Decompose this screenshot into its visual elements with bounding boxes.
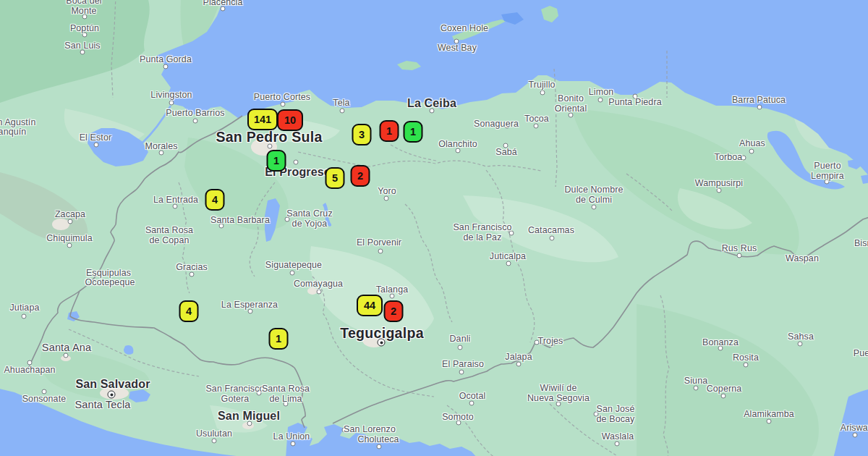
map-label-morales: Morales (145, 142, 177, 152)
map-label-siuna: Siuna (684, 376, 707, 387)
map-label-punta-gorda: Punta Gorda (140, 55, 192, 65)
map-label-placencia: Placencia (203, 0, 242, 8)
map-label-coxen-hole: Coxen Hole (441, 24, 488, 34)
map-label-puerto-barrios: Puerto Barrios (166, 109, 224, 119)
map-label-torboa: Torboa (715, 153, 743, 163)
map-label-anquin: anquín (0, 127, 26, 138)
map-label-ahuas: Ahuas (739, 139, 765, 149)
town-dot-danli (458, 345, 463, 350)
cluster-marker-red-2[interactable]: 2 (351, 165, 370, 187)
map-label-trujillo: Trujillo (528, 80, 555, 90)
map-label-tegucigalpa: Tegucigalpa (340, 326, 424, 341)
cluster-marker-yellow-44[interactable]: 44 (357, 295, 383, 316)
town-dot-jutiapa (22, 314, 27, 319)
map-label-saba: Sabá (495, 148, 517, 158)
map-label-san-lorenzo: San Lorenzo (344, 425, 396, 435)
map-label-catacamas: Catacamas (528, 226, 574, 236)
town-dot-trujillo (540, 90, 545, 96)
town-dot-ahuas (749, 149, 754, 154)
map-label-tocoa: Tocoa (524, 114, 549, 124)
map-label-el-estor: El Estor (80, 133, 112, 143)
cluster-marker-red-10[interactable]: 10 (277, 109, 303, 131)
town-dot-siguatepeque (290, 271, 295, 276)
map-label-barra-patuca: Barra Patuca (732, 96, 786, 106)
map-label-jutiapa: Jutiapa (9, 303, 39, 313)
map-label-ocotepeque: Ocotepeque (85, 278, 135, 288)
cluster-marker-red-2[interactable]: 2 (384, 300, 404, 322)
map-label-santa-barbara: Santa Barbara (210, 216, 270, 226)
map-label-ocotal: Ocotal (459, 392, 486, 402)
map-label-san-pedro-sula: San Pedro Sula (216, 130, 322, 145)
map-label-dulce-nombre-de-culmi: Dulce Nombrede Culmi (565, 185, 624, 205)
town-dot-tela (340, 109, 345, 114)
map-label-trojes: Trojes (538, 337, 563, 347)
town-dot-puerto-barrios (193, 119, 198, 124)
map-label-santa-ana: Santa Ana (42, 342, 91, 354)
map-label-la-esperanza: La Esperanza (221, 300, 278, 311)
map-label-gracias: Gracias (176, 263, 208, 273)
map-label-talanga: Talanga (376, 285, 408, 295)
map-label-la-ceiba: La Ceiba (407, 97, 456, 110)
map-label-san-luis: San Luis (64, 41, 100, 51)
map-label-choluteca: Choluteca (357, 435, 399, 445)
map-label-wiwili-de-nueva-segovia: Wiwilí deNueva Segovia (527, 384, 590, 403)
cluster-marker-yellow-3[interactable]: 3 (352, 124, 372, 145)
map-label-santa-rosa-de-lima: Santa Rosade Lima (262, 384, 310, 404)
cluster-marker-red-1[interactable]: 1 (380, 120, 399, 142)
map-label-west-bay: West Bay (438, 43, 477, 54)
map-label-santa-tecla: Santa Tecla (75, 400, 130, 411)
map-label-san-jose-de-bocay: San Joséde Bocay (597, 405, 635, 424)
map-label-poptun: Poptún (70, 24, 99, 34)
map-label-puert: Puert (854, 349, 868, 359)
cluster-marker-yellow-4[interactable]: 4 (205, 189, 225, 211)
map-label-boca-del-monte: Boca delMonte (66, 0, 101, 17)
map-label-la-union: La Union (273, 432, 310, 442)
map-label-waslala: Waslala (602, 432, 634, 442)
map-label-santa-rosa-de-copan: Santa Rosade Copan (145, 226, 193, 245)
map-label-siguatepeque: Siguatepeque (265, 261, 322, 271)
map-label-rus-rus: Rus Rus (722, 244, 757, 254)
map-label-el-porvenir: El Porvenir (357, 238, 401, 248)
town-dot-livingston (169, 101, 174, 106)
map-label-alamikamba: Alamikamba (744, 410, 794, 420)
map-canvas[interactable]: Boca delMontePlacenciaPoptúnSan LuisCoxe… (0, 0, 868, 456)
map-label-punta-piedra: Punta Piedra (608, 98, 661, 108)
map-label-wampusirpi: Wampusirpi (695, 179, 743, 189)
map-label-juticalpa: Juticalpa (490, 252, 526, 262)
town-dot-comayagua (317, 290, 322, 295)
town-dot-el-paraiso (459, 370, 464, 375)
map-label-comayagua: Comayagua (294, 279, 343, 290)
map-label-ariswatl: Ariswatl (841, 423, 868, 434)
cluster-marker-yellow-141[interactable]: 141 (247, 109, 278, 130)
town-dot-limon (598, 98, 603, 103)
cluster-marker-yellow-4[interactable]: 4 (179, 300, 199, 322)
map-label-livingston: Livingston (150, 90, 192, 101)
cluster-marker-green-1[interactable]: 1 (404, 121, 423, 143)
map-label-puerto-lempira: PuertoLempira (811, 161, 844, 181)
map-label-limon: Limon (589, 88, 614, 98)
map-label-el-paraiso: El Paraiso (442, 360, 484, 370)
map-label-rosita: Rosita (733, 353, 759, 363)
map-label-san-francisco-de-la-paz: San Franciscode la Paz (453, 223, 511, 242)
map-label-puerto-cortes: Puerto Cortes (254, 93, 310, 103)
map-label-coperna: Coperna (707, 384, 742, 394)
cluster-marker-yellow-1[interactable]: 1 (269, 328, 289, 350)
map-label-bonanza: Bonanza (702, 338, 739, 348)
map-label-zacapa: Zacapa (55, 210, 85, 220)
cluster-marker-yellow-5[interactable]: 5 (326, 167, 345, 189)
map-label-san-salvador: San Salvador (75, 378, 150, 391)
map-label-santa-cruz-de-yojoa: Santa Cruzde Yojoa (286, 209, 332, 229)
map-label-waspan: Waspan (786, 254, 819, 264)
map-label-usulutan: Usulutan (196, 429, 232, 439)
cluster-marker-green-1[interactable]: 1 (267, 150, 286, 172)
map-label-la-entrada: La Entrada (153, 195, 198, 206)
town-dot-catacamas (550, 236, 555, 241)
map-label-yoro: Yoro (378, 187, 396, 197)
map-label-danli: Danli (450, 334, 471, 345)
capital-icon-san-salvador (108, 391, 116, 399)
map-label-san-miguel: San Miguel (218, 410, 280, 423)
map-label-jalapa: Jalapa (505, 352, 532, 363)
map-label-bism: Bism (854, 239, 868, 249)
town-dot-el-progreso (294, 160, 299, 165)
map-label-sahsa: Sahsa (788, 332, 814, 342)
